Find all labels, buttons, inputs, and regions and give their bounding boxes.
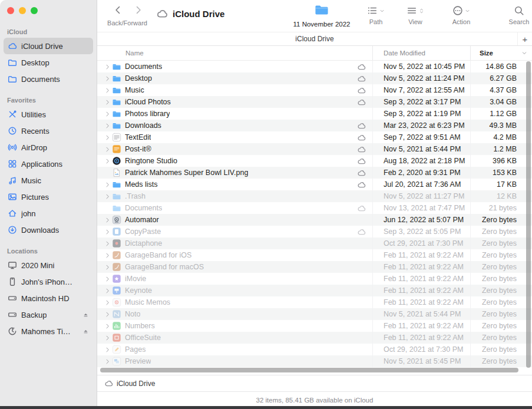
disclosure-chevron-icon[interactable] — [104, 288, 111, 294]
sidebar-item-music[interactable]: Music — [4, 172, 93, 189]
sidebar-item-2020-mini[interactable]: 2020 Mini — [4, 257, 93, 273]
table-row[interactable]: GarageBand for iOSFeb 11, 2021 at 9:22 A… — [97, 249, 532, 261]
disclosure-chevron-icon[interactable] — [104, 111, 111, 117]
disclosure-chevron-icon[interactable] — [104, 347, 111, 353]
icloud-status-icon — [357, 180, 366, 189]
table-row[interactable]: KeynoteFeb 11, 2021 at 9:22 AMZero bytes — [97, 285, 532, 296]
table-row[interactable]: DocumentsNov 5, 2022 at 10:45 PM14.86 GB — [97, 61, 532, 72]
forward-button[interactable] — [133, 5, 144, 15]
noto-icon — [112, 309, 121, 319]
minimize-button[interactable] — [19, 7, 26, 14]
action-button[interactable]: Action — [442, 5, 480, 25]
vertical-scrollbar-thumb[interactable] — [526, 61, 531, 368]
sidebar-item-icloud-drive[interactable]: iCloud Drive — [4, 38, 93, 54]
table-row[interactable]: DownloadsMar 23, 2022 at 6:23 PM49.3 MB — [97, 120, 532, 131]
sidebar-item-airdrop[interactable]: AirDrop — [4, 139, 93, 156]
sidebar-item-backup[interactable]: Backup — [4, 306, 93, 323]
folder-icon — [112, 203, 121, 213]
column-header-size[interactable]: Size — [470, 46, 532, 60]
sidebar-item-john[interactable]: john — [4, 205, 93, 222]
disclosure-chevron-icon[interactable] — [104, 123, 111, 129]
disclosure-chevron-icon[interactable] — [104, 99, 111, 105]
sidebar-item-downloads[interactable]: Downloads — [4, 222, 93, 238]
numbers-icon — [112, 321, 121, 331]
disclosure-chevron-icon[interactable] — [104, 229, 111, 235]
table-row[interactable]: MusicNov 7, 2022 at 12:55 AM4.37 GB — [97, 84, 532, 96]
sidebar-item-documents[interactable]: Documents — [4, 71, 93, 87]
search-button[interactable]: Search — [500, 5, 532, 25]
sidebar-item-desktop[interactable]: Desktop — [4, 54, 93, 71]
table-row[interactable]: Post-it®Nov 5, 2021 at 5:44 PM1.2 MB — [97, 143, 532, 155]
table-row[interactable]: CopyPasteSep 3, 2022 at 5:05 PMZero byte… — [97, 226, 532, 238]
disclosure-chevron-icon[interactable] — [104, 240, 111, 247]
table-row[interactable]: DictaphoneOct 29, 2021 at 7:30 PMZero by… — [97, 238, 532, 249]
table-row[interactable]: OfficeSuiteFeb 11, 2021 at 9:22 AMZero b… — [97, 332, 532, 344]
eject-icon[interactable] — [82, 312, 89, 318]
disclosure-chevron-icon[interactable] — [104, 158, 111, 164]
date-modified: Feb 11, 2021 at 9:22 AM — [372, 296, 470, 308]
chevron-down-icon[interactable] — [521, 50, 527, 56]
disclosure-chevron-icon[interactable] — [104, 134, 111, 141]
file-size: Zero bytes — [470, 344, 532, 355]
back-button[interactable] — [113, 5, 123, 15]
disclosure-chevron-icon[interactable] — [104, 323, 111, 329]
table-row[interactable]: Meds listsJul 20, 2021 at 7:36 AM17 KB — [97, 179, 532, 190]
disclosure-chevron-icon[interactable] — [104, 75, 111, 82]
disclosure-chevron-icon[interactable] — [104, 217, 111, 223]
table-row[interactable]: Photos librarySep 3, 2022 at 1:19 PM1.12… — [97, 108, 532, 120]
disclosure-chevron-icon[interactable] — [104, 264, 111, 271]
table-row[interactable]: NumbersFeb 11, 2021 at 9:22 AMZero bytes — [97, 320, 532, 332]
disclosure-chevron-icon[interactable] — [104, 252, 111, 259]
date-modified: Nov 5, 2022 at 10:45 PM — [372, 61, 470, 72]
disclosure-spacer — [104, 205, 111, 212]
disclosure-chevron-icon[interactable] — [104, 182, 111, 188]
icloud-status-icon — [357, 133, 366, 142]
table-row[interactable]: NotoNov 5, 2021 at 5:44 PMZero bytes — [97, 308, 532, 320]
tab-icloud-drive[interactable]: iCloud Drive — [295, 35, 333, 43]
table-row[interactable]: GarageBand for macOSFeb 11, 2021 at 9:22… — [97, 261, 532, 273]
disclosure-chevron-icon[interactable] — [104, 311, 111, 318]
file-name: Music Memos — [125, 298, 170, 306]
sidebar-item-applications[interactable]: Applications — [4, 156, 93, 172]
table-row[interactable]: DocumentsNov 13, 2021 at 7:47 PM21 bytes — [97, 202, 532, 214]
disclosure-chevron-icon[interactable] — [104, 87, 111, 94]
zoom-button[interactable] — [31, 7, 38, 14]
column-header-date-modified[interactable]: Date Modified — [372, 46, 470, 60]
sidebar-item-utilities[interactable]: Utilities — [4, 106, 93, 123]
horizontal-scrollbar-thumb[interactable] — [100, 368, 518, 372]
table-row[interactable]: iMovieFeb 11, 2021 at 9:22 AMZero bytes — [97, 273, 532, 285]
sidebar-item-recents[interactable]: Recents — [4, 123, 93, 139]
dragged-item[interactable]: 11 November 2022 — [289, 2, 355, 28]
table-row[interactable]: PagesOct 29, 2021 at 7:30 PMZero bytes — [97, 344, 532, 355]
new-tab-button[interactable]: + — [517, 32, 532, 45]
table-row[interactable]: Patrick Mahomes Super Bowl LIV.pngFeb 2,… — [97, 167, 532, 179]
table-row[interactable]: .TrashNov 5, 2022 at 11:27 PM12 KB — [97, 190, 532, 202]
disclosure-chevron-icon[interactable] — [104, 335, 111, 341]
table-row[interactable]: AutomatorJun 12, 2022 at 5:07 PMZero byt… — [97, 214, 532, 226]
disclosure-chevron-icon[interactable] — [104, 193, 111, 200]
disclosure-chevron-icon[interactable] — [104, 358, 111, 365]
table-row[interactable]: iCloud PhotosSep 3, 2022 at 3:17 PM3.04 … — [97, 96, 532, 108]
table-row[interactable]: Music MemosFeb 11, 2021 at 9:22 AMZero b… — [97, 296, 532, 308]
disclosure-chevron-icon[interactable] — [104, 276, 111, 282]
path-bar-item[interactable]: iCloud Drive — [117, 380, 155, 388]
eject-icon[interactable] — [82, 328, 89, 335]
disclosure-chevron-icon[interactable] — [104, 64, 111, 70]
table-row[interactable]: DesktopNov 5, 2022 at 11:24 PM6.27 GB — [97, 72, 532, 84]
table-row[interactable]: TextEditSep 7, 2022 at 9:51 AM4.2 MB — [97, 131, 532, 143]
disclosure-chevron-icon[interactable] — [104, 146, 111, 153]
view-button[interactable]: View — [396, 5, 434, 25]
pages-icon — [112, 345, 121, 354]
table-row[interactable]: PreviewNov 5, 2021 at 5:45 PMZero bytes — [97, 355, 532, 367]
sidebar-item-mahomes-ti[interactable]: Mahomes Ti… — [4, 323, 93, 339]
disclosure-chevron-icon[interactable] — [104, 299, 111, 306]
table-row[interactable]: Ringtone StudioAug 18, 2022 at 2:18 PM39… — [97, 155, 532, 167]
sidebar-item-john-s-iphon[interactable]: John's iPhon… — [4, 273, 93, 290]
image-file-icon — [112, 168, 121, 177]
sidebar-item-pictures[interactable]: Pictures — [4, 189, 93, 205]
close-button[interactable] — [7, 7, 14, 14]
path-button[interactable]: Path — [357, 5, 395, 25]
date-modified: Nov 13, 2021 at 7:47 PM — [372, 202, 470, 214]
sidebar-item-macintosh-hd[interactable]: Macintosh HD — [4, 290, 93, 306]
column-header-name[interactable]: Name — [97, 46, 372, 60]
